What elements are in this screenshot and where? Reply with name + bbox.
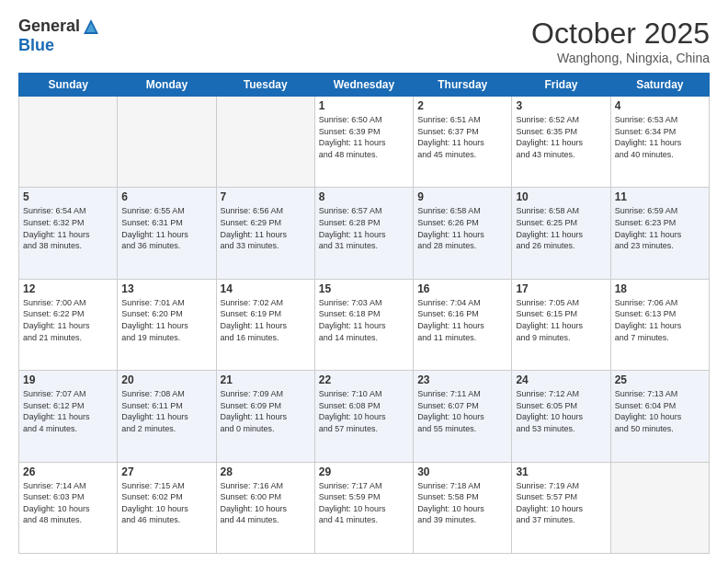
day-info: Sunrise: 6:59 AM Sunset: 6:23 PM Dayligh… [615, 205, 705, 251]
table-row: 20Sunrise: 7:08 AM Sunset: 6:11 PM Dayli… [118, 371, 216, 462]
day-info: Sunrise: 7:11 AM Sunset: 6:07 PM Dayligh… [417, 388, 507, 434]
logo-blue-text: Blue [18, 36, 54, 55]
table-row: 24Sunrise: 7:12 AM Sunset: 6:05 PM Dayli… [512, 371, 610, 462]
table-row: 3Sunrise: 6:52 AM Sunset: 6:35 PM Daylig… [512, 97, 610, 188]
table-row: 2Sunrise: 6:51 AM Sunset: 6:37 PM Daylig… [414, 97, 512, 188]
day-number: 26 [23, 465, 113, 478]
header-saturday: Saturday [610, 74, 709, 97]
day-info: Sunrise: 7:05 AM Sunset: 6:15 PM Dayligh… [516, 297, 606, 343]
day-info: Sunrise: 7:12 AM Sunset: 6:05 PM Dayligh… [516, 388, 606, 434]
table-row [610, 462, 709, 553]
day-info: Sunrise: 6:55 AM Sunset: 6:31 PM Dayligh… [121, 205, 211, 251]
table-row: 5Sunrise: 6:54 AM Sunset: 6:32 PM Daylig… [19, 188, 118, 279]
day-number: 16 [417, 282, 507, 295]
table-row: 11Sunrise: 6:59 AM Sunset: 6:23 PM Dayli… [610, 188, 709, 279]
day-number: 4 [615, 99, 705, 112]
day-number: 29 [319, 465, 409, 478]
weekday-header-row: Sunday Monday Tuesday Wednesday Thursday… [19, 74, 710, 97]
day-number: 23 [417, 373, 507, 386]
title-section: October 2025 Wanghong, Ningxia, China [531, 17, 710, 65]
day-number: 13 [121, 282, 211, 295]
month-title: October 2025 [531, 17, 710, 51]
day-info: Sunrise: 7:13 AM Sunset: 6:04 PM Dayligh… [615, 388, 705, 434]
table-row: 7Sunrise: 6:56 AM Sunset: 6:29 PM Daylig… [216, 188, 314, 279]
day-info: Sunrise: 6:56 AM Sunset: 6:29 PM Dayligh… [221, 205, 311, 251]
table-row: 27Sunrise: 7:15 AM Sunset: 6:02 PM Dayli… [118, 462, 216, 553]
table-row: 13Sunrise: 7:01 AM Sunset: 6:20 PM Dayli… [118, 279, 216, 370]
table-row: 30Sunrise: 7:18 AM Sunset: 5:58 PM Dayli… [414, 462, 512, 553]
calendar-week-row: 19Sunrise: 7:07 AM Sunset: 6:12 PM Dayli… [19, 371, 710, 462]
table-row [19, 97, 118, 188]
day-info: Sunrise: 7:00 AM Sunset: 6:22 PM Dayligh… [23, 297, 113, 343]
table-row: 17Sunrise: 7:05 AM Sunset: 6:15 PM Dayli… [512, 279, 610, 370]
day-info: Sunrise: 7:06 AM Sunset: 6:13 PM Dayligh… [615, 297, 705, 343]
day-number: 1 [319, 99, 409, 112]
day-info: Sunrise: 6:58 AM Sunset: 6:26 PM Dayligh… [417, 205, 507, 251]
day-info: Sunrise: 6:58 AM Sunset: 6:25 PM Dayligh… [516, 205, 606, 251]
header-tuesday: Tuesday [216, 74, 314, 97]
day-number: 15 [319, 282, 409, 295]
day-info: Sunrise: 7:07 AM Sunset: 6:12 PM Dayligh… [23, 388, 113, 434]
day-number: 22 [319, 373, 409, 386]
calendar-week-row: 26Sunrise: 7:14 AM Sunset: 6:03 PM Dayli… [19, 462, 710, 553]
day-number: 5 [23, 190, 113, 203]
day-info: Sunrise: 7:17 AM Sunset: 5:59 PM Dayligh… [319, 480, 409, 526]
day-number: 9 [417, 190, 507, 203]
day-info: Sunrise: 6:54 AM Sunset: 6:32 PM Dayligh… [23, 205, 113, 251]
day-info: Sunrise: 6:57 AM Sunset: 6:28 PM Dayligh… [319, 205, 409, 251]
table-row: 10Sunrise: 6:58 AM Sunset: 6:25 PM Dayli… [512, 188, 610, 279]
day-number: 11 [615, 190, 705, 203]
header-sunday: Sunday [19, 74, 118, 97]
table-row: 14Sunrise: 7:02 AM Sunset: 6:19 PM Dayli… [216, 279, 314, 370]
day-number: 28 [221, 465, 311, 478]
table-row: 26Sunrise: 7:14 AM Sunset: 6:03 PM Dayli… [19, 462, 118, 553]
day-info: Sunrise: 7:10 AM Sunset: 6:08 PM Dayligh… [319, 388, 409, 434]
day-info: Sunrise: 7:15 AM Sunset: 6:02 PM Dayligh… [121, 480, 211, 526]
table-row: 6Sunrise: 6:55 AM Sunset: 6:31 PM Daylig… [118, 188, 216, 279]
day-info: Sunrise: 7:04 AM Sunset: 6:16 PM Dayligh… [417, 297, 507, 343]
header-thursday: Thursday [414, 74, 512, 97]
day-info: Sunrise: 6:51 AM Sunset: 6:37 PM Dayligh… [417, 114, 507, 160]
day-number: 2 [417, 99, 507, 112]
day-number: 25 [615, 373, 705, 386]
day-info: Sunrise: 7:16 AM Sunset: 6:00 PM Dayligh… [221, 480, 311, 526]
day-info: Sunrise: 7:19 AM Sunset: 5:57 PM Dayligh… [516, 480, 606, 526]
day-info: Sunrise: 7:03 AM Sunset: 6:18 PM Dayligh… [319, 297, 409, 343]
table-row: 18Sunrise: 7:06 AM Sunset: 6:13 PM Dayli… [610, 279, 709, 370]
header-wednesday: Wednesday [314, 74, 413, 97]
table-row [216, 97, 314, 188]
day-number: 6 [121, 190, 211, 203]
table-row: 23Sunrise: 7:11 AM Sunset: 6:07 PM Dayli… [414, 371, 512, 462]
table-row: 22Sunrise: 7:10 AM Sunset: 6:08 PM Dayli… [314, 371, 413, 462]
day-number: 18 [615, 282, 705, 295]
day-info: Sunrise: 6:52 AM Sunset: 6:35 PM Dayligh… [516, 114, 606, 160]
table-row: 15Sunrise: 7:03 AM Sunset: 6:18 PM Dayli… [314, 279, 413, 370]
table-row: 16Sunrise: 7:04 AM Sunset: 6:16 PM Dayli… [414, 279, 512, 370]
day-number: 30 [417, 465, 507, 478]
logo-icon [82, 17, 100, 36]
day-info: Sunrise: 7:02 AM Sunset: 6:19 PM Dayligh… [221, 297, 311, 343]
day-number: 12 [23, 282, 113, 295]
header: General Blue October 2025 Wanghong, Ning… [18, 17, 710, 65]
day-number: 10 [516, 190, 606, 203]
day-number: 20 [121, 373, 211, 386]
day-number: 21 [221, 373, 311, 386]
table-row: 31Sunrise: 7:19 AM Sunset: 5:57 PM Dayli… [512, 462, 610, 553]
location: Wanghong, Ningxia, China [531, 51, 710, 65]
day-info: Sunrise: 7:01 AM Sunset: 6:20 PM Dayligh… [121, 297, 211, 343]
day-number: 31 [516, 465, 606, 478]
day-info: Sunrise: 7:18 AM Sunset: 5:58 PM Dayligh… [417, 480, 507, 526]
table-row: 1Sunrise: 6:50 AM Sunset: 6:39 PM Daylig… [314, 97, 413, 188]
table-row: 19Sunrise: 7:07 AM Sunset: 6:12 PM Dayli… [19, 371, 118, 462]
calendar-week-row: 12Sunrise: 7:00 AM Sunset: 6:22 PM Dayli… [19, 279, 710, 370]
table-row: 29Sunrise: 7:17 AM Sunset: 5:59 PM Dayli… [314, 462, 413, 553]
day-number: 27 [121, 465, 211, 478]
calendar-week-row: 1Sunrise: 6:50 AM Sunset: 6:39 PM Daylig… [19, 97, 710, 188]
day-number: 8 [319, 190, 409, 203]
table-row: 21Sunrise: 7:09 AM Sunset: 6:09 PM Dayli… [216, 371, 314, 462]
page: General Blue October 2025 Wanghong, Ning… [0, 0, 728, 563]
day-number: 24 [516, 373, 606, 386]
day-number: 19 [23, 373, 113, 386]
table-row: 25Sunrise: 7:13 AM Sunset: 6:04 PM Dayli… [610, 371, 709, 462]
day-info: Sunrise: 7:08 AM Sunset: 6:11 PM Dayligh… [121, 388, 211, 434]
